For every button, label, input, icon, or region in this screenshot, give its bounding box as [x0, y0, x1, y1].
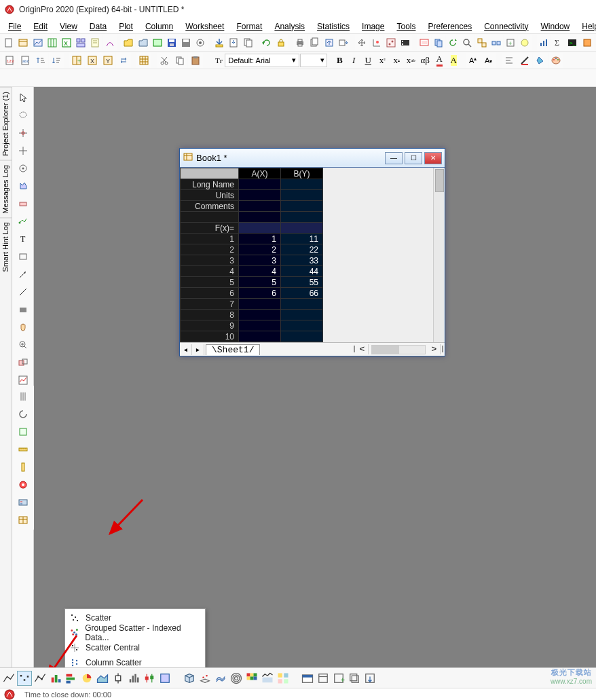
ruler-icon[interactable] — [14, 441, 32, 458]
rescale-icon[interactable] — [14, 354, 32, 371]
row-9[interactable]: 9 — [181, 320, 239, 331]
rect-annot-icon[interactable] — [14, 248, 32, 265]
more-plots-icon[interactable] — [276, 671, 291, 686]
new-graph-icon[interactable] — [31, 35, 44, 50]
close-button[interactable]: ✕ — [424, 152, 442, 164]
set-y-icon[interactable]: Y — [100, 53, 115, 68]
stock-plot-icon[interactable] — [142, 671, 157, 686]
coordinates-icon[interactable] — [370, 35, 384, 50]
3d-xyz-icon[interactable] — [182, 671, 197, 686]
save-template-icon[interactable] — [179, 35, 193, 50]
sigma-icon[interactable]: Σ — [551, 35, 565, 50]
row-6[interactable]: 6 — [181, 288, 239, 299]
bar-plot-icon[interactable] — [64, 671, 79, 686]
save-icon[interactable] — [165, 35, 179, 50]
tab-nav-right[interactable]: ▸ — [192, 344, 204, 355]
label-comments[interactable]: Comments — [181, 201, 239, 212]
arrow-icon[interactable] — [14, 266, 32, 282]
box-plot-icon[interactable] — [111, 671, 126, 686]
code-icon[interactable]: >_ — [565, 35, 579, 50]
row-1[interactable]: 1 — [181, 234, 239, 244]
row-7[interactable]: 7 — [181, 299, 239, 310]
line-color-icon[interactable] — [517, 53, 532, 68]
cut-icon[interactable] — [157, 53, 172, 68]
supersub-icon[interactable]: xab — [404, 54, 417, 67]
new-notes-icon[interactable] — [88, 35, 102, 50]
refresh-icon[interactable] — [446, 35, 460, 50]
roi-icon[interactable] — [14, 477, 32, 493]
label-fx[interactable]: F(x)= — [181, 223, 239, 234]
line-plot-icon[interactable] — [1, 671, 16, 686]
histogram-icon[interactable] — [126, 671, 141, 686]
extract-layer-icon[interactable] — [362, 671, 377, 686]
workbook-window[interactable]: Book1 * — ☐ ✕ A(X) B(Y) Long Name Units … — [179, 148, 445, 356]
slide-icon[interactable] — [417, 35, 431, 50]
duplicate-icon[interactable] — [432, 35, 445, 50]
add-plot-icon[interactable]: + — [331, 671, 346, 686]
zoom-icon[interactable] — [460, 35, 474, 50]
fill-color-icon[interactable] — [533, 53, 548, 68]
row-5[interactable]: 5 — [181, 277, 239, 288]
text-icon[interactable]: T — [14, 231, 32, 247]
import-wizard-icon[interactable] — [212, 35, 226, 50]
new-project-icon[interactable] — [2, 35, 16, 50]
screen-reader-icon[interactable] — [14, 160, 32, 177]
maximize-button[interactable]: ☐ — [405, 152, 422, 164]
menu-data[interactable]: Data — [84, 20, 112, 33]
hand-icon[interactable] — [14, 319, 32, 335]
matrix-tool-icon[interactable] — [14, 424, 32, 440]
extract-icon[interactable] — [475, 35, 489, 50]
hscroll-right[interactable]: > — [428, 344, 441, 354]
import-csv-icon[interactable]: 123 — [2, 53, 17, 68]
copy-icon[interactable] — [172, 53, 187, 68]
data-cursor-icon[interactable] — [14, 143, 32, 159]
superscript-icon[interactable]: x² — [375, 54, 389, 67]
circle-tool-icon[interactable] — [14, 406, 32, 422]
stats-icon[interactable] — [537, 35, 551, 50]
menu-item-scatter-central[interactable]: Scatter Central — [65, 640, 205, 655]
data-reader-icon[interactable] — [14, 125, 32, 141]
horizontal-scrollbar[interactable] — [371, 345, 426, 354]
app-icon-tb[interactable] — [580, 35, 594, 50]
palette-icon[interactable] — [548, 53, 563, 68]
region-icon[interactable] — [14, 178, 32, 194]
messages-log-tab[interactable]: Messages Log — [0, 160, 12, 218]
menu-worksheet[interactable]: Worksheet — [180, 20, 229, 33]
menu-file[interactable]: File — [3, 20, 26, 33]
digitizer-icon[interactable] — [384, 35, 398, 50]
row-4[interactable]: 4 — [181, 266, 239, 277]
table-tool-icon[interactable] — [14, 512, 32, 528]
new-matrix-icon[interactable] — [45, 35, 59, 50]
col-header-a[interactable]: A(X) — [239, 168, 281, 179]
add-column-icon[interactable]: + — [69, 53, 84, 68]
worksheet-grid[interactable]: A(X) B(Y) Long Name Units Comments F(x)=… — [180, 168, 323, 342]
menu-tools[interactable]: Tools — [391, 20, 421, 33]
theme-icon[interactable] — [518, 35, 532, 50]
bold-icon[interactable]: B — [333, 54, 346, 67]
menu-window[interactable]: Window — [536, 20, 576, 33]
smart-hint-log-tab[interactable]: Smart Hint Log — [0, 217, 12, 276]
template-lib-icon[interactable] — [300, 671, 315, 686]
font-select[interactable]: Default: Arial▾ — [225, 54, 299, 67]
lasso-icon[interactable] — [14, 107, 32, 124]
row-2[interactable]: 2 — [181, 244, 239, 255]
sort-asc-icon[interactable] — [33, 53, 48, 68]
pie-plot-icon[interactable] — [79, 671, 94, 686]
vertical-scrollbar[interactable] — [433, 168, 445, 342]
label-longname[interactable]: Long Name — [181, 179, 239, 190]
font-color-icon[interactable]: A — [432, 54, 446, 67]
menu-edit[interactable]: Edit — [28, 20, 53, 33]
col-header-b[interactable]: B(Y) — [281, 168, 323, 179]
table-icon[interactable] — [136, 53, 151, 68]
draw-data-icon[interactable] — [14, 213, 32, 229]
subscript-icon[interactable]: x₂ — [390, 54, 403, 67]
align-icon[interactable] — [502, 53, 517, 68]
label-units[interactable]: Units — [181, 190, 239, 201]
import-data-icon[interactable]: abc — [18, 53, 33, 68]
sheet-tab[interactable]: \Sheet1/ — [206, 344, 260, 355]
3d-scatter-icon[interactable] — [198, 671, 212, 686]
lock-icon[interactable] — [274, 35, 288, 50]
send-graph-icon[interactable] — [337, 35, 350, 50]
corner-cell[interactable] — [181, 168, 239, 179]
increase-font-icon[interactable]: A▴ — [466, 53, 481, 68]
